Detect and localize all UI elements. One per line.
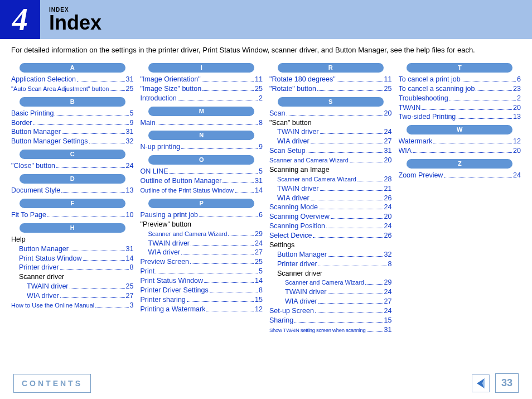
index-entry-page: 32 xyxy=(126,137,134,146)
index-entry[interactable]: Printer Driver Settings8 xyxy=(141,286,263,295)
index-entry-label: To cancel a print job xyxy=(399,75,461,84)
index-entry[interactable]: Two-sided Printing13 xyxy=(399,112,521,122)
back-button[interactable] xyxy=(472,374,490,392)
index-entry[interactable]: WIA driver27 xyxy=(269,297,392,306)
index-entry: "Scan" button xyxy=(269,118,392,128)
index-entry-page: 31 xyxy=(255,176,263,186)
index-entry-label: "Scan" button xyxy=(269,118,312,128)
index-entry-page: 24 xyxy=(384,306,392,316)
index-entry-page: 11 xyxy=(255,75,263,84)
index-entry[interactable]: Scanning Overview20 xyxy=(269,212,392,222)
index-entry[interactable]: Print Status Window14 xyxy=(141,276,263,286)
index-entry[interactable]: Show TWAIN setting screen when scanning3… xyxy=(269,325,392,335)
index-entry-page: 23 xyxy=(513,84,521,94)
index-entry[interactable]: Set-up Screen24 xyxy=(269,306,392,316)
leader-dots xyxy=(70,251,125,251)
index-entry[interactable]: WIA driver27 xyxy=(141,248,263,257)
index-entry[interactable]: "Image Orientation"11 xyxy=(141,75,263,84)
index-entry-label: Document Style xyxy=(11,186,60,195)
index-entry[interactable]: Print Status Window14 xyxy=(11,254,134,263)
index-entry-page: 24 xyxy=(255,239,263,248)
index-entry[interactable]: To cancel a print job6 xyxy=(399,75,521,84)
index-entry[interactable]: Button Manager31 xyxy=(11,244,134,254)
index-entry[interactable]: TWAIN driver24 xyxy=(269,127,392,137)
index-entry[interactable]: Border9 xyxy=(11,118,134,128)
index-entry[interactable]: Document Style13 xyxy=(11,186,134,195)
index-entry[interactable]: To cancel a scanning job23 xyxy=(399,84,521,94)
index-entry[interactable]: "Image Size" button25 xyxy=(141,84,263,94)
index-entry[interactable]: WIA driver27 xyxy=(11,291,134,301)
index-entry[interactable]: Scanner and Camera Wizard29 xyxy=(141,229,263,239)
index-entry[interactable]: Printing a Watermark12 xyxy=(141,305,263,314)
index-entry[interactable]: "Auto Scan Area Adjustment" button25 xyxy=(11,84,134,94)
index-entry[interactable]: Application Selection31 xyxy=(11,75,134,84)
index-entry[interactable]: Introduction2 xyxy=(141,94,263,103)
index-entry[interactable]: Zoom Preview24 xyxy=(399,171,521,180)
index-entry-label: Button Manager xyxy=(277,250,327,259)
index-entry[interactable]: Sharing15 xyxy=(269,316,392,325)
index-entry[interactable]: Watermark12 xyxy=(399,137,521,146)
index-entry-page: 20 xyxy=(513,103,521,113)
index-entry[interactable]: "Rotate" button25 xyxy=(269,84,392,94)
index-entry[interactable]: Print5 xyxy=(141,267,263,276)
index-entry[interactable]: How to Use the Online Manual3 xyxy=(11,301,134,310)
index-entry[interactable]: Scanner and Camera Wizard20 xyxy=(269,156,392,165)
index-entry[interactable]: TWAIN driver24 xyxy=(269,287,392,297)
index-entry[interactable]: Troubleshooting2 xyxy=(399,94,521,103)
index-entry[interactable]: Button Manager31 xyxy=(11,127,134,137)
index-entry-page: 14 xyxy=(255,186,263,195)
index-entry-page: 31 xyxy=(384,325,392,335)
index-entry[interactable]: TWAIN20 xyxy=(399,103,521,113)
index-entry[interactable]: Printer driver8 xyxy=(269,259,392,269)
leader-dots xyxy=(83,260,125,261)
index-entry[interactable]: Button Manager Settings32 xyxy=(11,137,134,146)
leader-dots xyxy=(311,143,383,143)
page-header: 4 INDEX Index xyxy=(0,0,532,39)
index-entry[interactable]: Main8 xyxy=(141,118,263,128)
index-entry-label: "Preview" button xyxy=(141,220,192,229)
index-col-2: I"Image Orientation"11"Image Size" butto… xyxy=(141,60,263,335)
index-entry[interactable]: N-up printing9 xyxy=(141,142,263,152)
index-letter: W xyxy=(407,125,512,134)
index-entry[interactable]: Scan20 xyxy=(269,109,392,118)
index-entry-label: WIA xyxy=(399,146,412,156)
index-entry[interactable]: Scanning Mode24 xyxy=(269,203,392,212)
index-entry[interactable]: "Rotate 180 degrees"11 xyxy=(269,75,392,84)
index-entry[interactable]: Button Manager32 xyxy=(269,250,392,259)
index-entry-page: 2 xyxy=(517,94,521,103)
index-entry[interactable]: TWAIN driver24 xyxy=(141,239,263,248)
index-entry[interactable]: TWAIN driver21 xyxy=(269,184,392,194)
leader-dots xyxy=(156,273,258,273)
index-entry[interactable]: WIA driver26 xyxy=(269,194,392,203)
index-entry-label: Scan xyxy=(269,109,286,118)
index-entry-page: 25 xyxy=(126,84,134,94)
index-entry-page: 20 xyxy=(384,212,392,222)
index-entry[interactable]: Preview Screen25 xyxy=(141,257,263,267)
index-entry-page: 8 xyxy=(130,263,134,272)
index-entry[interactable]: Scanning Position24 xyxy=(269,222,392,231)
index-entry[interactable]: Scan Setup31 xyxy=(269,146,392,156)
page-number: 33 xyxy=(495,373,519,393)
index-entry[interactable]: ON LINE5 xyxy=(141,167,263,176)
index-entry[interactable]: Printer driver8 xyxy=(11,263,134,272)
index-entry[interactable]: Outline of the Print Status Window14 xyxy=(141,186,263,195)
index-entry[interactable]: Basic Printing5 xyxy=(11,109,134,118)
index-entry[interactable]: Printer sharing15 xyxy=(141,295,263,305)
leader-dots xyxy=(199,217,258,217)
index-entry[interactable]: Select Device26 xyxy=(269,231,392,241)
index-entry[interactable]: TWAIN driver25 xyxy=(11,282,134,291)
index-entry[interactable]: Scanner and Camera Wizard29 xyxy=(269,278,392,287)
index-entry[interactable]: Scanner and Camera Wizard28 xyxy=(269,175,392,184)
leader-dots xyxy=(422,109,512,110)
intro-text: For detailed information on the settings… xyxy=(11,46,521,55)
index-entry[interactable]: Fit To Page10 xyxy=(11,210,134,220)
index-entry[interactable]: WIA driver27 xyxy=(269,137,392,146)
leader-dots xyxy=(307,152,383,153)
index-entry[interactable]: WIA20 xyxy=(399,146,521,156)
index-entry[interactable]: "Close" button24 xyxy=(11,161,134,171)
index-entry-page: 20 xyxy=(384,156,392,165)
index-entry[interactable]: Pausing a print job6 xyxy=(141,210,263,220)
contents-button[interactable]: CONTENTS xyxy=(13,374,91,393)
index-entry[interactable]: Outline of Button Manager31 xyxy=(141,176,263,186)
index-entry-page: 9 xyxy=(130,118,134,128)
